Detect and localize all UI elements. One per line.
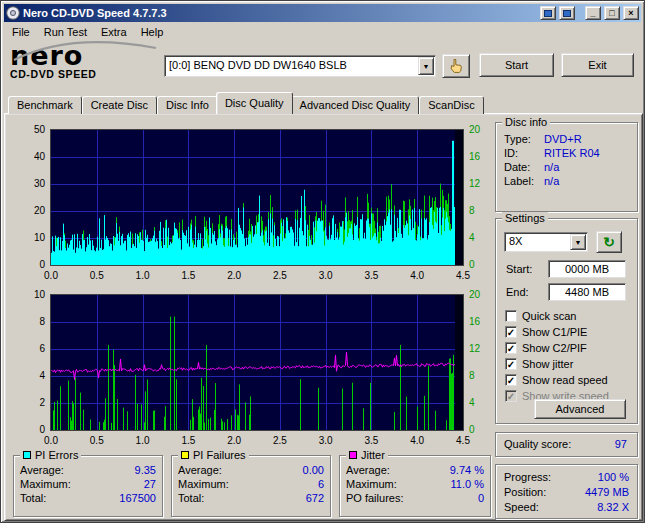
tab-disc-info[interactable]: Disc Info [157,96,218,114]
app-icon [6,6,20,20]
drive-select[interactable]: [0:0] BENQ DVD DD DW1640 BSLB ▼ [164,55,436,77]
titlebar-tool-button-2[interactable] [559,6,575,20]
refresh-icon: ↻ [603,234,615,250]
speed-select-value: 8X [505,233,569,251]
checkbox-box[interactable]: ✓ [505,358,517,370]
info-row: Date:n/a [496,159,637,173]
end-field[interactable]: 4480 MB [548,283,626,301]
menu-help[interactable]: Help [134,24,171,40]
menu-run-test[interactable]: Run Test [37,24,94,40]
disc-info-panel: Disc info Type:DVD+R ID:RITEK R04 Date:n… [495,122,638,212]
disc-quality-page: 50 40 30 20 10 0 20 16 12 8 4 0 0.0 0.5 … [4,113,643,521]
menu-file[interactable]: File [5,24,37,40]
bottom-chart-x-axis: 0.0 0.5 1.0 1.5 2.0 2.5 3.0 3.5 4.0 4.5 [51,434,463,446]
settings-panel: Settings 8X ▼ ↻ Start: 0000 MB End: 4480… [495,218,638,424]
bottom-chart [50,294,464,431]
menu-extra[interactable]: Extra [94,24,134,40]
end-label: End: [506,286,529,298]
settings-title: Settings [502,212,548,224]
tool-icon [563,10,571,17]
logo-sub-text: CD-DVD SPEED [10,68,162,80]
exit-button[interactable]: Exit [561,53,634,77]
hand-icon [448,58,464,74]
jitter-panel: Jitter Average:9.74 % Maximum:11.0 % PO … [339,455,491,517]
checkbox-show-jitter[interactable]: ✓ Show jitter [505,357,573,370]
header: nero CD-DVD SPEED [0:0] BENQ DVD DD DW16… [5,41,640,93]
stat-row: Average:9.35 [14,462,162,476]
title-bar[interactable]: Nero CD-DVD Speed 4.7.7.3 _ □ × [4,4,641,22]
top-chart-left-axis: 50 40 30 20 10 0 [21,130,47,265]
checkbox-box[interactable]: ✓ [505,342,517,354]
stat-row: Average:9.74 % [340,462,490,476]
menu-bar: File Run Test Extra Help [5,23,640,41]
speed-select[interactable]: 8X ▼ [504,232,588,252]
top-chart-x-axis: 0.0 0.5 1.0 1.5 2.0 2.5 3.0 3.5 4.0 4.5 [51,269,463,281]
checkbox-show-c1-pie[interactable]: ✓ Show C1/PIE [505,325,587,338]
pif-color-swatch [181,451,189,459]
top-chart-right-axis: 20 16 12 8 4 0 [466,130,488,265]
titlebar-tool-button-1[interactable] [540,6,556,20]
jitter-color-swatch [349,451,357,459]
checkbox-box: ✓ [505,390,517,402]
progress-panel: Progress:100 % Position:4479 MB Speed:8.… [495,464,638,519]
disc-info-title: Disc info [502,116,550,128]
checkbox-show-read-speed[interactable]: ✓ Show read speed [505,373,608,386]
bottom-chart-left-axis: 10 8 6 4 2 0 [21,295,47,430]
advanced-button[interactable]: Advanced [534,399,626,419]
bottom-chart-right-axis: 20 16 12 8 4 0 [466,295,488,430]
tab-strip: Benchmark Create Disc Disc Info Disc Qua… [8,93,484,114]
pi-errors-legend: PI Errors [20,449,81,461]
tool-icon [544,10,552,17]
stat-row: Maximum:6 [172,476,330,490]
info-row: Type:DVD+R [496,131,637,145]
close-button[interactable]: × [623,6,639,20]
tab-disc-quality[interactable]: Disc Quality [216,92,293,114]
top-chart [50,129,464,266]
start-button[interactable]: Start [479,53,554,77]
speed-row: Speed:8.32 X [496,498,637,513]
pi-failures-legend: PI Failures [178,449,249,461]
info-row: Label:n/a [496,173,637,187]
checkbox-show-c2-pif[interactable]: ✓ Show C2/PIF [505,341,587,354]
start-label: Start: [506,263,532,275]
tab-scandisc[interactable]: ScanDisc [419,96,483,114]
stat-row: Maximum:11.0 % [340,476,490,490]
tab-advanced-disc-quality[interactable]: Advanced Disc Quality [291,96,420,114]
stat-row: Maximum:27 [14,476,162,490]
maximize-button[interactable]: □ [604,6,620,20]
refresh-button[interactable]: ↻ [596,231,622,253]
chevron-down-icon[interactable]: ▼ [570,234,586,250]
progress-row: Progress:100 % [496,468,637,483]
nero-logo: nero CD-DVD SPEED [10,42,162,92]
bottom-chart-canvas [51,295,463,430]
quality-score-label: Quality score: [504,438,571,450]
quality-score-panel: Quality score: 97 [495,432,638,457]
chevron-down-icon[interactable]: ▼ [418,57,434,75]
pi-failures-panel: PI Failures Average:0.00 Maximum:6 Total… [171,455,331,517]
tab-create-disc[interactable]: Create Disc [82,96,157,114]
app-window: Nero CD-DVD Speed 4.7.7.3 _ □ × File Run… [0,0,645,523]
checkbox-quick-scan[interactable]: Quick scan [505,309,576,322]
drive-select-value: [0:0] BENQ DVD DD DW1640 BSLB [165,56,417,76]
stat-row: PO failures:0 [340,490,490,504]
window-title: Nero CD-DVD Speed 4.7.7.3 [23,7,537,19]
top-chart-canvas [51,130,463,265]
quality-score-value: 97 [615,438,627,450]
stat-row: Average:0.00 [172,462,330,476]
eject-hand-button[interactable] [442,54,470,78]
pie-color-swatch [23,451,31,459]
position-row: Position:4479 MB [496,483,637,498]
checkbox-box[interactable]: ✓ [505,326,517,338]
jitter-legend: Jitter [346,449,388,461]
tab-benchmark[interactable]: Benchmark [8,96,82,114]
minimize-button[interactable]: _ [585,6,601,20]
logo-main-text: nero [10,42,162,70]
stat-row: Total:167500 [14,490,162,504]
info-row: ID:RITEK R04 [496,145,637,159]
checkbox-box[interactable]: ✓ [505,374,517,386]
start-field[interactable]: 0000 MB [548,260,626,278]
stat-row: Total:672 [172,490,330,504]
checkbox-box[interactable] [505,310,517,322]
pi-errors-panel: PI Errors Average:9.35 Maximum:27 Total:… [13,455,163,517]
